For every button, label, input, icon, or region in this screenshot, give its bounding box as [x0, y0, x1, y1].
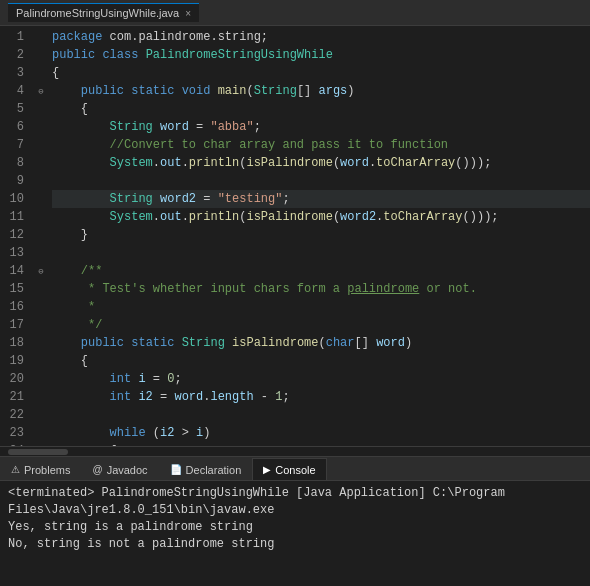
fold-marker [34, 406, 48, 424]
line-number: 17 [6, 316, 24, 334]
bottom-tab-console[interactable]: ▶Console [252, 458, 326, 480]
line-number: 4 [6, 82, 24, 100]
line-number: 2 [6, 46, 24, 64]
line-number: 9 [6, 172, 24, 190]
bottom-tab-declaration[interactable]: 📄Declaration [159, 458, 253, 480]
hscroll-thumb[interactable] [8, 449, 68, 455]
code-line: public static void main(String[] args) [52, 82, 590, 100]
tab-close-icon[interactable]: × [185, 8, 191, 19]
fold-marker [34, 280, 48, 298]
code-line: int i2 = word.length - 1; [52, 388, 590, 406]
line-number: 16 [6, 298, 24, 316]
console-line-1: <terminated> PalindromeStringUsingWhile … [8, 485, 582, 519]
fold-marker [34, 190, 48, 208]
line-number: 5 [6, 100, 24, 118]
fold-marker [34, 334, 48, 352]
code-line: public class PalindromeStringUsingWhile [52, 46, 590, 64]
bottom-panel: ⚠Problems@Javadoc📄Declaration▶Console <t… [0, 456, 590, 586]
line-number: 8 [6, 154, 24, 172]
tab-label: Javadoc [107, 464, 148, 476]
fold-marker[interactable]: ⊖ [34, 82, 48, 100]
line-number: 6 [6, 118, 24, 136]
line-number: 11 [6, 208, 24, 226]
fold-marker [34, 298, 48, 316]
tab-icon: ▶ [263, 464, 271, 475]
code-line [52, 406, 590, 424]
line-number: 22 [6, 406, 24, 424]
line-number: 19 [6, 352, 24, 370]
code-line [52, 244, 590, 262]
console-line-3: No, string is not a palindrome string [8, 536, 582, 553]
fold-marker [34, 136, 48, 154]
code-line: } [52, 226, 590, 244]
code-line: public static String isPalindrome(char[]… [52, 334, 590, 352]
line-number: 7 [6, 136, 24, 154]
fold-marker [34, 46, 48, 64]
tab-icon: @ [92, 464, 102, 475]
fold-marker [34, 208, 48, 226]
code-line [52, 172, 590, 190]
tab-label: Declaration [186, 464, 242, 476]
title-bar: PalindromeStringUsingWhile.java × [0, 0, 590, 26]
fold-marker [34, 28, 48, 46]
code-line: String word = "abba"; [52, 118, 590, 136]
tab-icon: 📄 [170, 464, 182, 475]
console-line-2: Yes, string is a palindrome string [8, 519, 582, 536]
console-output: <terminated> PalindromeStringUsingWhile … [0, 481, 590, 586]
title-tab[interactable]: PalindromeStringUsingWhile.java × [8, 3, 199, 22]
code-line: package com.palindrome.string; [52, 28, 590, 46]
tab-label: Problems [24, 464, 70, 476]
code-line: //Convert to char array and pass it to f… [52, 136, 590, 154]
bottom-tab-javadoc[interactable]: @Javadoc [81, 458, 158, 480]
horizontal-scrollbar[interactable] [0, 446, 590, 456]
code-line: while (i2 > i) [52, 424, 590, 442]
fold-marker[interactable]: ⊖ [34, 262, 48, 280]
line-number: 18 [6, 334, 24, 352]
fold-marker [34, 154, 48, 172]
code-line: * [52, 298, 590, 316]
line-number: 3 [6, 64, 24, 82]
code-line: { [52, 352, 590, 370]
editor-container: 1234567891011121314151617181920212223242… [0, 26, 590, 446]
line-number: 23 [6, 424, 24, 442]
fold-column: ⊖⊖ [34, 26, 48, 446]
code-line: String word2 = "testing"; [52, 190, 590, 208]
line-number: 12 [6, 226, 24, 244]
line-number: 21 [6, 388, 24, 406]
line-number: 15 [6, 280, 24, 298]
fold-marker [34, 388, 48, 406]
fold-marker [34, 100, 48, 118]
code-line: /** [52, 262, 590, 280]
code-content[interactable]: package com.palindrome.string;public cla… [48, 26, 590, 446]
bottom-tab-problems[interactable]: ⚠Problems [0, 458, 81, 480]
code-line: int i = 0; [52, 370, 590, 388]
line-numbers: 1234567891011121314151617181920212223242… [0, 26, 34, 446]
code-line: { [52, 64, 590, 82]
fold-marker [34, 424, 48, 442]
code-line: { [52, 100, 590, 118]
code-line: */ [52, 316, 590, 334]
line-number: 20 [6, 370, 24, 388]
tab-label: PalindromeStringUsingWhile.java [16, 7, 179, 19]
fold-marker [34, 316, 48, 334]
fold-marker [34, 118, 48, 136]
line-number: 10 [6, 190, 24, 208]
line-number: 13 [6, 244, 24, 262]
fold-marker [34, 352, 48, 370]
tab-icon: ⚠ [11, 464, 20, 475]
code-line: System.out.println(isPalindrome(word2.to… [52, 208, 590, 226]
tab-label: Console [275, 464, 315, 476]
code-line: System.out.println(isPalindrome(word.toC… [52, 154, 590, 172]
fold-marker [34, 370, 48, 388]
fold-marker [34, 64, 48, 82]
fold-marker [34, 226, 48, 244]
bottom-tabs-bar: ⚠Problems@Javadoc📄Declaration▶Console [0, 457, 590, 481]
fold-marker [34, 244, 48, 262]
fold-marker [34, 172, 48, 190]
line-number: 14 [6, 262, 24, 280]
line-number: 1 [6, 28, 24, 46]
code-line: * Test's whether input chars form a pali… [52, 280, 590, 298]
